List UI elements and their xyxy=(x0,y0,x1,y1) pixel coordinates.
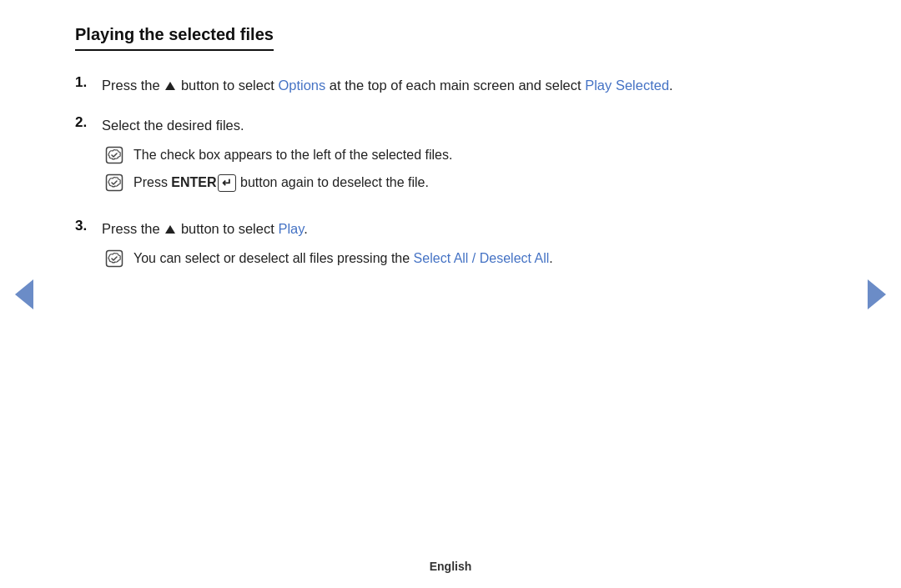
note-icon-2 xyxy=(102,173,127,192)
step-3-text-mid: button to select xyxy=(177,221,278,236)
step-3-number: 3. xyxy=(75,218,102,234)
note-icon-1 xyxy=(102,146,127,164)
step-2-notes: The check box appears to the left of the… xyxy=(102,145,826,193)
step-1-text-mid: button to select xyxy=(177,78,278,93)
options-link[interactable]: Options xyxy=(278,78,325,93)
nav-arrow-left[interactable] xyxy=(15,279,33,309)
note-icon-3 xyxy=(102,249,127,268)
nav-arrow-right[interactable] xyxy=(868,279,886,309)
step-1-text-after: at the top of each main screen and selec… xyxy=(325,78,585,93)
step-2-note-2: Press ENTER↵ button again to deselect th… xyxy=(102,173,826,193)
step-3-text-end: . xyxy=(304,221,308,236)
step-1: 1. Press the button to select Options at… xyxy=(75,74,826,96)
language-label: English xyxy=(430,560,472,573)
step-1-text-before: Press the xyxy=(102,78,164,93)
step-3-notes: You can select or deselect all files pre… xyxy=(102,249,826,269)
page-container: Playing the selected files 1. Press the … xyxy=(0,0,901,588)
play-link[interactable]: Play xyxy=(278,221,304,236)
select-all-deselect-all-link[interactable]: Select All / Deselect All xyxy=(414,251,550,265)
step-2-number: 2. xyxy=(75,114,102,131)
step-3-content: Press the button to select Play. You can xyxy=(102,218,826,275)
step-2-text: Select the desired files. xyxy=(102,118,244,133)
step-2: 2. Select the desired files. xyxy=(75,114,826,199)
step-2-note-2-text: Press ENTER↵ button again to deselect th… xyxy=(133,173,429,193)
step-2-note-1-text: The check box appears to the left of the… xyxy=(133,145,452,166)
triangle-up-icon-3 xyxy=(165,225,175,234)
triangle-up-icon-1 xyxy=(165,82,175,90)
step-3-text-before: Press the xyxy=(102,221,164,236)
play-selected-link[interactable]: Play Selected xyxy=(585,78,669,93)
content-area: Playing the selected files 1. Press the … xyxy=(0,0,901,588)
page-footer: English xyxy=(0,560,901,573)
step-3-note-1: You can select or deselect all files pre… xyxy=(102,249,826,269)
step-2-content: Select the desired files. The check box … xyxy=(102,114,826,199)
step-2-note-1: The check box appears to the left of the… xyxy=(102,145,826,166)
step-1-text-end: . xyxy=(669,78,673,93)
step-3: 3. Press the button to select Play. xyxy=(75,218,826,275)
enter-label: ENTER xyxy=(171,175,216,189)
step-1-content: Press the button to select Options at th… xyxy=(102,74,826,96)
page-title: Playing the selected files xyxy=(75,25,274,51)
step-3-note-1-text: You can select or deselect all files pre… xyxy=(133,249,553,269)
enter-key-icon: ↵ xyxy=(218,174,236,192)
steps-list: 1. Press the button to select Options at… xyxy=(75,74,826,276)
step-1-number: 1. xyxy=(75,74,102,91)
